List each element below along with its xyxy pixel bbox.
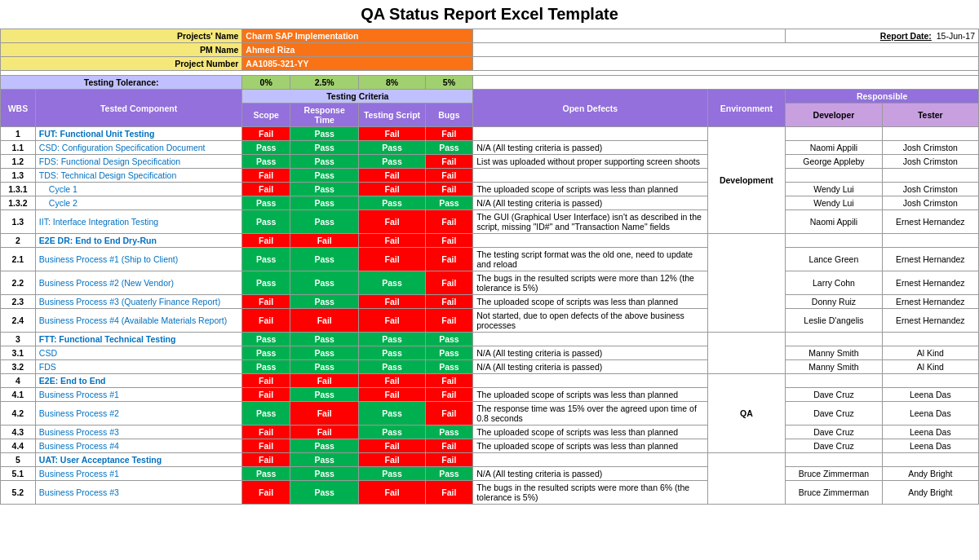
comp-3: FTT: Functional Technical Testing	[35, 333, 242, 346]
comp-2-3: Business Process #3 (Quaterly Finance Re…	[35, 295, 242, 309]
row-1-1: 1.1 CSD: Configuration Specification Doc…	[1, 141, 979, 155]
bugs-2-2: Fail	[425, 271, 473, 295]
row-1-3-2: 1.3.2 Cycle 2 Pass Pass Pass Pass N/A (A…	[1, 196, 979, 210]
test-5-1: Pass	[359, 467, 425, 481]
defects-5-1: N/A (All testing criteria is passed)	[473, 467, 707, 481]
project-number-value: AA1085-321-YY	[242, 57, 473, 71]
dev-2-3: Donny Ruiz	[786, 295, 882, 309]
test-4-2: Pass	[359, 402, 425, 426]
resp-5-1: Pass	[290, 467, 359, 481]
bugs-1-1: Pass	[425, 141, 473, 155]
test-1-3-2: Pass	[359, 196, 425, 210]
tester-3-1: Al Kind	[882, 346, 978, 360]
resp-3: Pass	[290, 333, 359, 346]
dev-3-2: Manny Smith	[786, 360, 882, 374]
defects-1	[473, 127, 707, 141]
wbs-1-3-1: 1.3.1	[1, 183, 36, 196]
env-qa: QA	[707, 374, 786, 453]
wbs-3: 3	[1, 333, 36, 346]
row-1-3-1: 1.3.1 Cycle 1 Fail Pass Fail Fail The up…	[1, 183, 979, 196]
resp-1-3-2: Pass	[290, 196, 359, 210]
dev-5	[786, 453, 882, 467]
bugs-2: Fail	[425, 234, 473, 248]
comp-4-2: Business Process #2	[35, 402, 242, 426]
comp-4-3: Business Process #3	[35, 426, 242, 439]
comp-5-1: Business Process #1	[35, 467, 242, 481]
scope-5-2: Fail	[242, 481, 290, 505]
test-1-2: Pass	[359, 155, 425, 169]
scope-4-3: Fail	[242, 426, 290, 439]
dev-2-2: Larry Cohn	[786, 271, 882, 295]
dev-1-1: Naomi Appili	[786, 141, 882, 155]
wbs-4-1: 4.1	[1, 388, 36, 402]
resp-1-2: Pass	[290, 155, 359, 169]
scope-3-2: Pass	[242, 360, 290, 374]
scope-4-2: Pass	[242, 402, 290, 426]
row-4: 4 E2E: End to End Fail Fail Fail Fail QA	[1, 374, 979, 388]
wbs-5: 5	[1, 453, 36, 467]
comp-4-4: Business Process #4	[35, 439, 242, 453]
tester-3	[882, 333, 978, 346]
tolerance-row: Testing Tolerance: 0% 2.5% 8% 5%	[1, 76, 979, 90]
tester-4-3: Leena Das	[882, 426, 978, 439]
comp-4-1: Business Process #1	[35, 388, 242, 402]
scope-4-1: Fail	[242, 388, 290, 402]
resp-4-1: Pass	[290, 388, 359, 402]
environment-header: Environment	[707, 90, 786, 127]
scope-1-3-1: Fail	[242, 183, 290, 196]
defects-1-3-iit: The GUI (Graphical User Interface) isn't…	[473, 210, 707, 234]
bugs-3: Pass	[425, 333, 473, 346]
dev-3	[786, 333, 882, 346]
tester-header: Tester	[882, 104, 978, 127]
test-4-3: Pass	[359, 426, 425, 439]
scope-2: Fail	[242, 234, 290, 248]
wbs-5-1: 5.1	[1, 467, 36, 481]
bugs-1-3-iit: Fail	[425, 210, 473, 234]
defects-2-1: The testing script format was the old on…	[473, 248, 707, 271]
comp-3-1: CSD	[35, 346, 242, 360]
scope-header: Scope	[242, 104, 290, 127]
dev-5-1: Bruce Zimmerman	[786, 467, 882, 481]
resp-1-3-tds: Pass	[290, 169, 359, 183]
comp-1-3-1: Cycle 1	[35, 183, 242, 196]
comp-5: UAT: User Acceptance Testing	[35, 453, 242, 467]
comp-1-3-2: Cycle 2	[35, 196, 242, 210]
wbs-header: WBS	[1, 90, 36, 127]
env-2	[707, 234, 786, 333]
tester-2-2: Ernest Hernandez	[882, 271, 978, 295]
dev-1	[786, 127, 882, 141]
bugs-2-3: Fail	[425, 295, 473, 309]
test-4: Fail	[359, 374, 425, 388]
dev-5-2: Bruce Zimmerman	[786, 481, 882, 505]
row-1-3-tds: 1.3 TDS: Technical Design Specification …	[1, 169, 979, 183]
row-3-2: 3.2 FDS Pass Pass Pass Pass N/A (All tes…	[1, 360, 979, 374]
defects-1-3-tds	[473, 169, 707, 183]
defects-5-2: The bugs in the resulted scripts were mo…	[473, 481, 707, 505]
pm-value: Ahmed Riza	[242, 43, 473, 57]
comp-1-3-tds: TDS: Technical Design Specification	[35, 169, 242, 183]
defects-2-2: The bugs in the resulted scripts were mo…	[473, 271, 707, 295]
test-3: Pass	[359, 333, 425, 346]
resp-3-2: Pass	[290, 360, 359, 374]
dev-2-1: Lance Green	[786, 248, 882, 271]
dev-4-1: Dave Cruz	[786, 388, 882, 402]
row-2-1: 2.1 Business Process #1 (Ship to Client)…	[1, 248, 979, 271]
comp-2: E2E DR: End to End Dry-Run	[35, 234, 242, 248]
test-2-2: Pass	[359, 271, 425, 295]
test-1-3-1: Fail	[359, 183, 425, 196]
test-2-1: Fail	[359, 248, 425, 271]
scope-1-2: Pass	[242, 155, 290, 169]
scope-5-1: Pass	[242, 467, 290, 481]
project-name-value: Charm SAP Implementation	[242, 29, 473, 43]
comp-1: FUT: Functional Unit Testing	[35, 127, 242, 141]
scope-2-4: Fail	[242, 309, 290, 333]
resp-5: Pass	[290, 453, 359, 467]
row-2-2: 2.2 Business Process #2 (New Vendor) Pas…	[1, 271, 979, 295]
response-header: Response Time	[290, 104, 359, 127]
scope-3: Pass	[242, 333, 290, 346]
wbs-1-3-iit: 1.3	[1, 210, 36, 234]
wbs-3-1: 3.1	[1, 346, 36, 360]
wbs-4-2: 4.2	[1, 402, 36, 426]
resp-4-2: Fail	[290, 402, 359, 426]
env-development: Development	[707, 127, 786, 234]
